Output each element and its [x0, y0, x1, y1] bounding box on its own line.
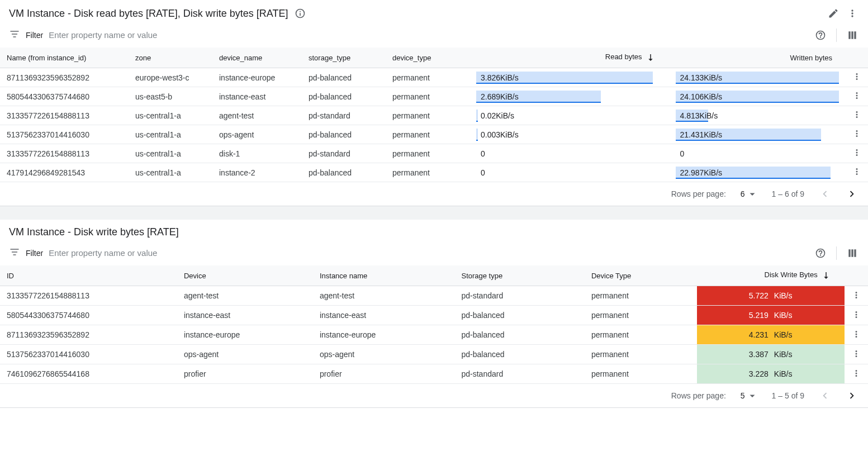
- cell: instance-east: [177, 306, 313, 325]
- cell: agent-test: [177, 286, 313, 306]
- table-row: 7461096276865544168profierprofierpd-stan…: [0, 364, 868, 384]
- pager-label: Rows per page:: [671, 391, 726, 400]
- row-menu-icon[interactable]: [852, 150, 862, 159]
- column-header[interactable]: zone: [129, 48, 212, 68]
- cell: pd-balanced: [454, 345, 584, 364]
- column-header[interactable]: storage_type: [302, 48, 386, 68]
- cell: europe-west3-c: [129, 68, 212, 87]
- cell: permanent: [585, 286, 697, 306]
- cell: 5137562337014416030: [0, 345, 177, 364]
- cell: permanent: [386, 106, 469, 125]
- metric-value: 2.689KiB/s: [476, 92, 519, 101]
- row-menu-icon[interactable]: [851, 352, 861, 360]
- column-header[interactable]: Device: [177, 265, 313, 286]
- filter-icon: [9, 246, 20, 259]
- table-row: 8711369323596352892instance-europeinstan…: [0, 325, 868, 345]
- cell: instance-europe: [177, 325, 313, 345]
- table-row: 3133577226154888113agent-testagent-testp…: [0, 286, 868, 306]
- heat-value: 3.228KiB/s: [697, 364, 845, 383]
- column-header[interactable]: Read bytes: [469, 48, 669, 68]
- cell: permanent: [386, 163, 469, 182]
- cell: permanent: [386, 144, 469, 163]
- metric-value: 0.003KiB/s: [476, 130, 519, 139]
- row-menu-icon[interactable]: [852, 93, 862, 102]
- cell: permanent: [386, 125, 469, 144]
- cell: instance-east: [313, 306, 455, 325]
- help-icon[interactable]: [814, 29, 827, 42]
- column-header[interactable]: Instance name: [313, 265, 455, 286]
- cell: agent-test: [212, 106, 302, 125]
- pager-next[interactable]: [846, 188, 858, 200]
- column-header[interactable]: device_name: [212, 48, 302, 68]
- column-header[interactable]: Disk Write Bytes: [697, 265, 845, 286]
- divider: [836, 246, 837, 260]
- table-row: 5137562337014416030us-central1-aops-agen…: [0, 125, 868, 144]
- column-header[interactable]: device_type: [386, 48, 469, 68]
- column-header[interactable]: Written bytes: [669, 48, 846, 68]
- pager: Rows per page: 5 1 – 5 of 9: [0, 384, 868, 407]
- cell: permanent: [585, 364, 697, 384]
- cell: pd-standard: [454, 364, 584, 384]
- rows-per-page-select[interactable]: 5: [741, 391, 757, 401]
- cell: disk-1: [212, 144, 302, 163]
- table-row: 5805443306375744680us-east5-binstance-ea…: [0, 87, 868, 106]
- columns-icon[interactable]: [846, 29, 859, 42]
- rows-per-page-select[interactable]: 6: [741, 189, 757, 199]
- panel1-title: VM Instance - Disk read bytes [RATE], Di…: [9, 8, 288, 20]
- column-header[interactable]: Device Type: [585, 265, 697, 286]
- more-icon[interactable]: [846, 7, 859, 20]
- metric-value: 0.02KiB/s: [476, 111, 514, 120]
- cell: permanent: [585, 345, 697, 364]
- cell: pd-balanced: [454, 306, 584, 325]
- column-header[interactable]: Storage type: [454, 265, 584, 286]
- panel-disk-write: VM Instance - Disk write bytes [RATE] Fi…: [0, 220, 868, 408]
- cell: 5137562337014416030: [0, 125, 129, 144]
- row-menu-icon[interactable]: [851, 332, 861, 341]
- edit-icon[interactable]: [827, 7, 840, 20]
- filter-input[interactable]: [49, 28, 808, 42]
- table-row: 3133577226154888113us-central1-adisk-1pd…: [0, 144, 868, 163]
- metric-value: 0: [476, 168, 485, 177]
- row-menu-icon[interactable]: [852, 74, 862, 83]
- row-menu-icon[interactable]: [851, 312, 861, 321]
- cell: 7461096276865544168: [0, 364, 177, 384]
- panel2-title: VM Instance - Disk write bytes [RATE]: [9, 226, 179, 238]
- help-icon[interactable]: [814, 246, 827, 260]
- metric-value: 0: [476, 149, 485, 158]
- cell: us-central1-a: [129, 163, 212, 182]
- metric-value: 3.826KiB/s: [476, 73, 519, 82]
- table-row: 417914296849281543us-central1-ainstance-…: [0, 163, 868, 182]
- row-menu-icon[interactable]: [851, 371, 861, 380]
- heat-value: 5.219KiB/s: [697, 306, 845, 325]
- row-menu-icon[interactable]: [852, 112, 862, 121]
- row-menu-icon[interactable]: [852, 131, 862, 140]
- cell: us-central1-a: [129, 106, 212, 125]
- cell: instance-east: [212, 87, 302, 106]
- columns-icon[interactable]: [846, 246, 859, 260]
- pager-next[interactable]: [846, 390, 858, 402]
- cell: ops-agent: [313, 345, 455, 364]
- table-row: 3133577226154888113us-central1-aagent-te…: [0, 106, 868, 125]
- column-header[interactable]: Name (from instance_id): [0, 48, 129, 68]
- pager-prev[interactable]: [819, 390, 831, 402]
- metric-value: 4.813KiB/s: [676, 111, 718, 120]
- cell: 3133577226154888113: [0, 106, 129, 125]
- row-menu-icon[interactable]: [852, 169, 862, 178]
- pager-prev[interactable]: [819, 188, 831, 200]
- cell: instance-europe: [313, 325, 455, 345]
- sort-desc-icon: [646, 53, 656, 63]
- heat-value: 4.231KiB/s: [697, 325, 845, 344]
- filter-input[interactable]: [49, 246, 808, 260]
- table-disk-rw: Name (from instance_id)zonedevice_namest…: [0, 48, 868, 182]
- cell: profier: [177, 364, 313, 384]
- panel-disk-rw: VM Instance - Disk read bytes [RATE], Di…: [0, 0, 868, 206]
- pager: Rows per page: 6 1 – 6 of 9: [0, 182, 868, 206]
- row-menu-icon[interactable]: [851, 293, 861, 302]
- cell: pd-balanced: [302, 87, 386, 106]
- cell: us-central1-a: [129, 125, 212, 144]
- metric-value: 0: [676, 149, 685, 158]
- metric-value: 24.133KiB/s: [676, 73, 723, 82]
- column-header[interactable]: ID: [0, 265, 177, 286]
- table-row: 5137562337014416030ops-agentops-agentpd-…: [0, 345, 868, 364]
- info-icon[interactable]: [293, 7, 307, 20]
